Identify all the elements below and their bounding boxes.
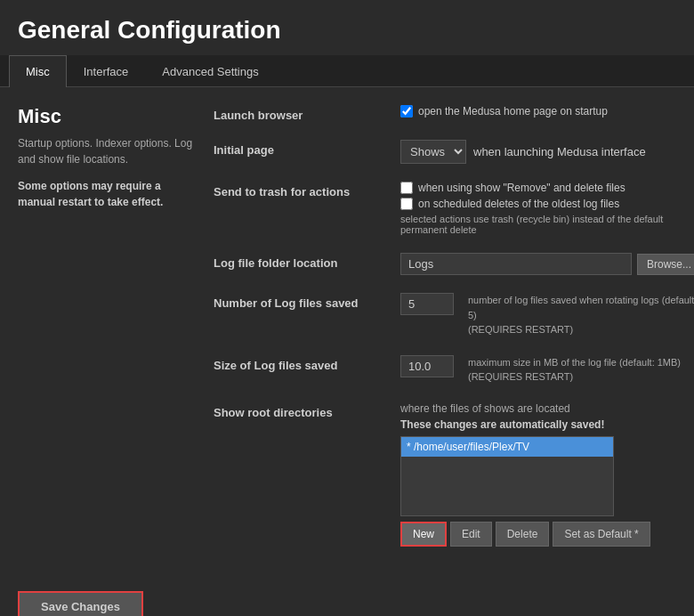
initial-page-label: Initial page [214, 140, 400, 157]
trash-note: selected actions use trash (recycle bin)… [400, 214, 694, 235]
tab-bar: Misc Interface Advanced Settings [0, 55, 694, 87]
num-log-files-control: number of log files saved when rotating … [400, 293, 694, 337]
page-title: General Configuration [0, 0, 694, 55]
dir-list-item[interactable]: * /home/user/files/Plex/TV [401, 437, 613, 457]
root-dirs-list[interactable]: * /home/user/files/Plex/TV [400, 436, 614, 516]
section-warning: Some options may require a manual restar… [18, 178, 196, 210]
dir-action-buttons: New Edit Delete Set as Default * [400, 522, 694, 547]
initial-page-control: Shows Home News IRC when launching Medus… [400, 140, 694, 164]
launch-browser-label: Launch browser [214, 105, 400, 122]
size-log-files-control: maximum size in MB of the log file (defa… [400, 355, 694, 385]
launch-browser-row: Launch browser open the Medusa home page… [214, 105, 694, 122]
save-changes-button[interactable]: Save Changes [18, 591, 143, 617]
new-dir-button[interactable]: New [400, 522, 447, 547]
save-section: Save Changes [0, 582, 694, 617]
edit-dir-button[interactable]: Edit [450, 522, 492, 547]
size-log-files-input[interactable] [400, 355, 454, 377]
size-log-files-label: Size of Log files saved [214, 355, 400, 372]
root-dirs-description: where the files of shows are located [400, 402, 694, 415]
right-panel: Launch browser open the Medusa home page… [214, 105, 694, 564]
launch-browser-checkbox[interactable] [400, 105, 413, 118]
trash-option2-label: on scheduled deletes of the oldest log f… [418, 198, 619, 210]
size-log-files-hint: maximum size in MB of the log file (defa… [468, 355, 681, 385]
trash-option1-checkbox[interactable] [400, 182, 413, 194]
show-root-dirs-row: Show root directories where the files of… [214, 402, 694, 547]
tab-advanced-settings[interactable]: Advanced Settings [145, 55, 275, 87]
launch-browser-description: open the Medusa home page on startup [418, 105, 608, 118]
show-root-dirs-label: Show root directories [214, 402, 400, 419]
log-folder-row: Log file folder location Browse... [214, 253, 694, 275]
initial-page-select[interactable]: Shows Home News IRC [400, 140, 466, 164]
launch-browser-control: open the Medusa home page on startup [400, 105, 694, 121]
set-default-dir-button[interactable]: Set as Default * [553, 522, 650, 547]
send-to-trash-label: Send to trash for actions [214, 182, 400, 199]
main-content: Misc Startup options. Indexer options. L… [0, 87, 694, 582]
send-to-trash-row: Send to trash for actions when using sho… [214, 182, 694, 235]
root-dirs-warning: These changes are automatically saved! [400, 418, 694, 431]
browse-button[interactable]: Browse... [637, 254, 694, 275]
num-log-files-row: Number of Log files saved number of log … [214, 293, 694, 337]
delete-dir-button[interactable]: Delete [496, 522, 550, 547]
size-log-files-row: Size of Log files saved maximum size in … [214, 355, 694, 385]
tab-misc[interactable]: Misc [9, 55, 67, 87]
show-root-dirs-control: where the files of shows are located The… [400, 402, 694, 547]
tab-interface[interactable]: Interface [67, 55, 146, 87]
initial-page-row: Initial page Shows Home News IRC when la… [214, 140, 694, 164]
section-description: Startup options. Indexer options. Log an… [18, 135, 196, 167]
section-heading: Misc [18, 105, 196, 128]
num-log-files-label: Number of Log files saved [214, 293, 400, 310]
left-panel: Misc Startup options. Indexer options. L… [18, 105, 196, 564]
trash-option1-label: when using show "Remove" and delete file… [418, 182, 625, 194]
initial-page-description: when launching Medusa interface [473, 145, 646, 158]
num-log-files-input[interactable] [400, 293, 454, 315]
num-log-files-hint: number of log files saved when rotating … [468, 293, 694, 337]
log-folder-input[interactable] [400, 253, 632, 275]
log-folder-label: Log file folder location [214, 253, 400, 270]
log-folder-control: Browse... [400, 253, 694, 275]
trash-option2-checkbox[interactable] [400, 198, 413, 210]
send-to-trash-control: when using show "Remove" and delete file… [400, 182, 694, 235]
